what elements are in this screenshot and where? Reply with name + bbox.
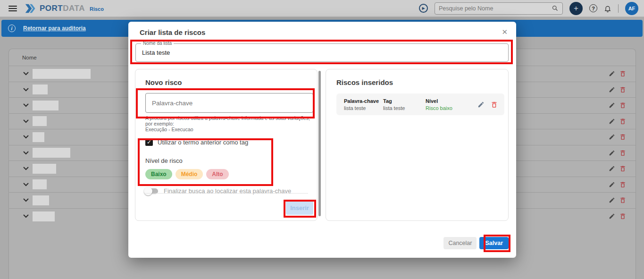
menu-icon[interactable] bbox=[8, 6, 17, 11]
delete-icon[interactable] bbox=[619, 150, 626, 156]
delete-icon[interactable] bbox=[619, 197, 626, 203]
redacted-name-block bbox=[33, 116, 47, 126]
edit-icon[interactable] bbox=[609, 102, 615, 109]
use-term-as-tag-label: Utilizar o termo anterior como tag bbox=[158, 139, 248, 146]
app-bar: PORTDATA Risco ▶ + ? AF bbox=[0, 0, 644, 17]
search-input[interactable] bbox=[439, 5, 552, 12]
delete-icon[interactable] bbox=[619, 70, 626, 77]
item-tag-label: Tag bbox=[383, 98, 426, 104]
delete-icon[interactable] bbox=[619, 86, 626, 93]
edit-icon[interactable] bbox=[609, 197, 615, 203]
edit-icon[interactable] bbox=[609, 213, 615, 220]
chevron-down-icon[interactable] bbox=[23, 214, 29, 218]
new-risk-heading: Novo risco bbox=[145, 78, 308, 86]
redacted-name-block bbox=[33, 164, 56, 174]
add-button[interactable]: + bbox=[569, 2, 583, 15]
panel-scrollbar[interactable] bbox=[318, 71, 321, 216]
divider bbox=[144, 193, 308, 194]
brand-name: PORTDATA bbox=[40, 4, 85, 13]
chip-medio[interactable]: Médio bbox=[176, 169, 203, 179]
item-level-value: Risco baixo bbox=[426, 105, 471, 111]
inserted-risks-heading: Riscos inseridos bbox=[336, 78, 501, 86]
inserted-risk-item: Palavra-chave lista teste Tag lista test… bbox=[336, 93, 504, 115]
insert-button[interactable]: Inserir bbox=[286, 201, 313, 215]
edit-icon[interactable] bbox=[609, 118, 615, 125]
divider bbox=[618, 4, 619, 13]
redacted-name-block bbox=[33, 101, 59, 110]
edit-icon[interactable] bbox=[609, 70, 615, 77]
brand-logo-icon bbox=[24, 4, 36, 13]
chevron-down-icon[interactable] bbox=[23, 183, 29, 186]
info-icon: i bbox=[8, 25, 16, 32]
delete-icon[interactable] bbox=[619, 165, 626, 172]
redacted-name-block bbox=[33, 179, 47, 189]
inserted-risks-panel: Riscos inseridos Palavra-chave lista tes… bbox=[326, 69, 509, 221]
chevron-down-icon[interactable] bbox=[23, 151, 29, 155]
chevron-down-icon[interactable] bbox=[23, 119, 29, 123]
delete-icon[interactable] bbox=[619, 134, 626, 140]
edit-icon[interactable] bbox=[609, 86, 615, 93]
edit-icon[interactable] bbox=[477, 101, 485, 108]
delete-icon[interactable] bbox=[619, 181, 626, 188]
tour-play-icon[interactable]: ▶ bbox=[419, 4, 428, 13]
list-name-input[interactable] bbox=[136, 44, 508, 61]
delete-icon[interactable] bbox=[619, 118, 626, 125]
new-risk-panel: Novo risco A procura por riscos utiliza … bbox=[135, 69, 318, 221]
redacted-name-block bbox=[33, 85, 48, 94]
user-avatar[interactable]: AF bbox=[625, 2, 638, 15]
save-button[interactable]: Salvar bbox=[479, 237, 509, 249]
use-term-as-tag-checkbox[interactable]: ✓ bbox=[145, 138, 153, 146]
delete-icon[interactable] bbox=[619, 213, 626, 220]
plus-icon: + bbox=[574, 4, 578, 13]
chip-alto[interactable]: Alto bbox=[206, 169, 228, 179]
edit-icon[interactable] bbox=[609, 165, 615, 172]
check-icon: ✓ bbox=[147, 139, 151, 145]
chevron-down-icon[interactable] bbox=[23, 103, 29, 107]
edit-icon[interactable] bbox=[609, 134, 615, 140]
help-icon[interactable]: ? bbox=[589, 4, 597, 12]
keyword-helper-text: A procura por riscos utiliza a palavra-c… bbox=[145, 115, 315, 132]
bell-icon[interactable] bbox=[604, 5, 611, 12]
redacted-name-block bbox=[33, 69, 91, 79]
redacted-name-block bbox=[33, 195, 49, 205]
edit-icon[interactable] bbox=[609, 150, 615, 156]
brand-logo: PORTDATA bbox=[24, 4, 85, 13]
cancel-button[interactable]: Cancelar bbox=[443, 237, 477, 249]
delete-icon[interactable] bbox=[619, 102, 626, 109]
delete-icon[interactable] bbox=[491, 101, 498, 108]
redacted-name-block bbox=[33, 132, 44, 142]
list-name-field[interactable]: Nome da lista bbox=[135, 43, 509, 62]
close-icon[interactable]: ✕ bbox=[502, 28, 508, 36]
search-icon bbox=[552, 5, 559, 12]
chip-baixo[interactable]: Baixo bbox=[145, 169, 172, 179]
risk-level-chips: Baixo Médio Alto bbox=[145, 169, 308, 179]
chevron-down-icon[interactable] bbox=[23, 135, 29, 139]
item-keyword-value: lista teste bbox=[344, 105, 383, 111]
list-name-label: Nome da lista bbox=[141, 41, 174, 46]
redacted-name-block bbox=[33, 148, 70, 158]
edit-icon[interactable] bbox=[609, 181, 615, 188]
keyword-field[interactable] bbox=[145, 93, 313, 113]
chevron-down-icon[interactable] bbox=[23, 198, 29, 202]
item-keyword-label: Palavra-chave bbox=[344, 98, 383, 104]
keyword-input[interactable] bbox=[146, 100, 313, 107]
chevron-down-icon[interactable] bbox=[23, 88, 29, 92]
app-section-label: Risco bbox=[90, 6, 104, 12]
dialog-title: Criar lista de riscos bbox=[140, 28, 205, 36]
chevron-down-icon[interactable] bbox=[23, 167, 29, 170]
risk-level-label: Nível de risco bbox=[145, 157, 308, 164]
redacted-name-block bbox=[33, 211, 55, 221]
return-to-audit-link[interactable]: Retornar para auditoria bbox=[23, 25, 86, 32]
create-risk-list-dialog: Criar lista de riscos ✕ Nome da lista No… bbox=[128, 22, 516, 258]
item-tag-value: lista teste bbox=[383, 105, 426, 111]
item-level-label: Nível bbox=[426, 98, 471, 104]
chevron-down-icon[interactable] bbox=[23, 72, 29, 76]
search-box[interactable] bbox=[435, 2, 563, 15]
